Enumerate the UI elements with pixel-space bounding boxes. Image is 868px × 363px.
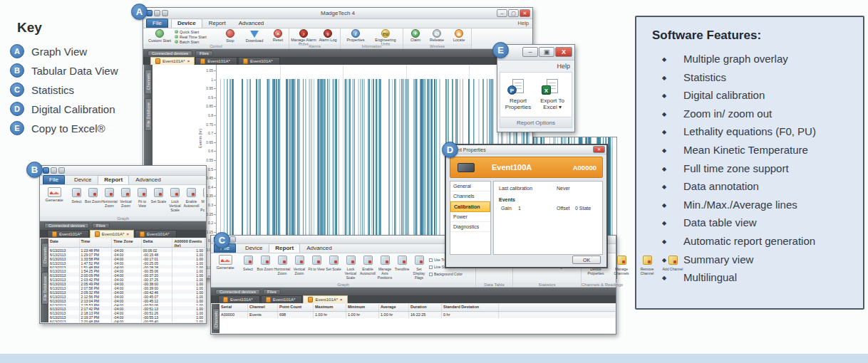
file-tab[interactable]: Event101A*: [47, 230, 89, 238]
ribbon-tab[interactable]: Advanced: [232, 19, 271, 28]
graph-tool-button[interactable]: Horizontal Zoom: [274, 255, 291, 280]
dock-tab[interactable]: Connected devices: [215, 289, 260, 295]
ribbon-tab[interactable]: Device: [171, 19, 202, 28]
alarm-log-button[interactable]: 9 Alarm Log: [318, 29, 338, 42]
save-icon[interactable]: [51, 167, 57, 174]
close-icon[interactable]: ✕: [593, 146, 605, 153]
dock-tab[interactable]: Connected devices: [148, 51, 192, 56]
properties-nav-item[interactable]: Calibration: [450, 201, 490, 212]
start-option-button[interactable]: Quick Start: [175, 29, 219, 34]
graph-tool-button[interactable]: Manage Axis Positions: [200, 187, 205, 216]
file-tab[interactable]: Event101A* ×: [90, 230, 134, 238]
graph-tool-button[interactable]: Vertical Zoom: [118, 187, 134, 216]
graph-tool-button[interactable]: Set Scale: [325, 255, 342, 280]
ribbon-tab[interactable]: File: [43, 175, 65, 184]
data-table-container[interactable]: Channels File Database Date Time Time Zo…: [41, 238, 205, 322]
dock-tab[interactable]: Files: [92, 223, 110, 228]
file-tab[interactable]: Event101A*: [261, 295, 303, 303]
undo-icon[interactable]: [58, 167, 65, 174]
ribbon-tab[interactable]: File: [146, 19, 168, 28]
file-tab-close-icon[interactable]: ×: [187, 59, 190, 63]
graph-tool-button[interactable]: Enable Autoscroll: [359, 255, 376, 280]
graph-tool-button[interactable]: Select: [239, 255, 257, 280]
graph-tool-button[interactable]: Select: [68, 187, 85, 216]
reset-button[interactable]: × Reset: [269, 29, 287, 42]
file-tab-close-icon[interactable]: ×: [126, 232, 129, 236]
properties-nav-item[interactable]: Channels: [450, 191, 490, 201]
graph-tool-button[interactable]: Set Display Flags: [410, 255, 428, 280]
channel-tool-button[interactable]: Remove Channel: [634, 255, 660, 276]
minimize-icon[interactable]: –: [522, 47, 538, 57]
file-tab-close-icon[interactable]: ×: [340, 298, 343, 302]
undo-icon[interactable]: [229, 236, 236, 243]
data-table-header[interactable]: Date Time Time Zone Delta A00000 Events …: [48, 238, 205, 248]
locate-button[interactable]: ◉ Locate: [449, 29, 469, 42]
stats-table-header[interactable]: Serial Channel Point Count Maximum Minim…: [219, 304, 615, 312]
ribbon-tab[interactable]: Report: [202, 19, 232, 28]
side-tab-file-database[interactable]: File Database: [41, 272, 48, 305]
file-tab[interactable]: Event101A* ×: [303, 295, 347, 303]
graph-tool-button[interactable]: Manage Axis Positions: [376, 255, 393, 280]
release-button[interactable]: Ø Release: [426, 29, 448, 42]
graph-tool-button[interactable]: Fit to View: [134, 187, 150, 216]
side-tab-channels[interactable]: Channels: [41, 243, 48, 268]
help-link[interactable]: Help: [518, 20, 529, 26]
graph-tool-button[interactable]: Enable Autoscroll: [183, 187, 200, 216]
properties-nav-item[interactable]: Power: [450, 212, 490, 222]
maximize-icon[interactable]: ▣: [539, 47, 554, 57]
file-tab[interactable]: Event101A*: [238, 57, 280, 65]
channel-tool-button[interactable]: Add Channel: [660, 255, 686, 276]
help-link[interactable]: Help: [497, 60, 574, 72]
graph-tool-button[interactable]: Box Zoom: [257, 255, 274, 280]
dock-tab[interactable]: Files: [263, 289, 281, 295]
stats-table-container[interactable]: Channels File Database Serial Channel Po…: [212, 304, 615, 333]
dock-tab[interactable]: Files: [195, 51, 213, 56]
ribbon-tab[interactable]: Report: [269, 243, 300, 253]
file-tab[interactable]: Event101A*: [135, 230, 177, 238]
graph-tool-button[interactable]: Lock Vertical Scale: [342, 255, 359, 280]
maximize-icon[interactable]: ▢: [508, 9, 519, 17]
ribbon-tab[interactable]: Device: [239, 243, 269, 253]
side-tab-channels[interactable]: Channels: [145, 69, 152, 94]
stop-button[interactable]: Stop: [220, 29, 240, 43]
window-d-titlebar[interactable]: Event Properties ✕: [446, 145, 606, 154]
graph-option-toggle[interactable]: Background Color: [429, 270, 475, 278]
properties-button[interactable]: i Properties: [343, 29, 368, 42]
table-row[interactable]: 6/13/2013 2:20:48 PM -04:00 -00:55:40 1.…: [48, 319, 205, 322]
claim-button[interactable]: + Claim: [406, 29, 425, 42]
close-icon[interactable]: X: [555, 47, 572, 57]
generate-button[interactable]: Generate: [213, 255, 237, 270]
window-b-titlebar[interactable]: [40, 166, 206, 176]
ribbon-tab[interactable]: Report: [98, 175, 129, 184]
minimize-icon[interactable]: –: [497, 9, 507, 17]
start-option-button[interactable]: Batch Start: [175, 39, 219, 44]
graph-tool-button[interactable]: Lock Vertical Scale: [167, 187, 183, 216]
generate-button[interactable]: Generate: [42, 187, 66, 203]
graph-tool-button[interactable]: Set Scale: [150, 187, 167, 216]
ribbon-tab[interactable]: Advanced: [300, 243, 339, 253]
start-option-button[interactable]: Real Time Start: [175, 34, 219, 39]
file-tab[interactable]: Event101A*: [218, 295, 260, 303]
file-tab[interactable]: Event101A* ×: [150, 57, 195, 65]
ribbon-tab[interactable]: Device: [68, 175, 98, 184]
properties-nav-item[interactable]: General: [450, 182, 490, 191]
graph-tool-button[interactable]: Box Zoom: [85, 187, 101, 216]
custom-start-button[interactable]: Custom Start: [146, 29, 173, 43]
report-properties-button[interactable]: P Report Properties: [502, 79, 534, 110]
ribbon-tab[interactable]: Advanced: [129, 175, 167, 184]
window-a-titlebar[interactable]: MadgeTech 4 – ▢ ✕: [143, 8, 532, 19]
close-icon[interactable]: ✕: [520, 9, 530, 17]
app-icon[interactable]: [43, 167, 49, 174]
graph-tool-button[interactable]: Vertical Zoom: [291, 255, 308, 280]
file-tab[interactable]: Event101A*: [195, 57, 237, 65]
export-to-excel-button[interactable]: X Export To Excel ▾: [534, 79, 570, 110]
dock-tab[interactable]: Connected devices: [44, 223, 89, 228]
download-button[interactable]: Download: [242, 29, 267, 43]
window-e-titlebar[interactable]: – ▣ X: [497, 45, 574, 60]
channel-tool-button[interactable]: Manage Channels: [609, 255, 634, 276]
table-row[interactable]: A00000 Events 698 1.00 hr 1.00 hr 1.00 h…: [219, 312, 615, 318]
side-tab-file-database[interactable]: File Database: [145, 98, 152, 131]
side-tab-channels[interactable]: Channels: [212, 308, 219, 330]
ok-button[interactable]: OK: [572, 256, 601, 264]
graph-tool-button[interactable]: Trendline: [393, 255, 410, 280]
